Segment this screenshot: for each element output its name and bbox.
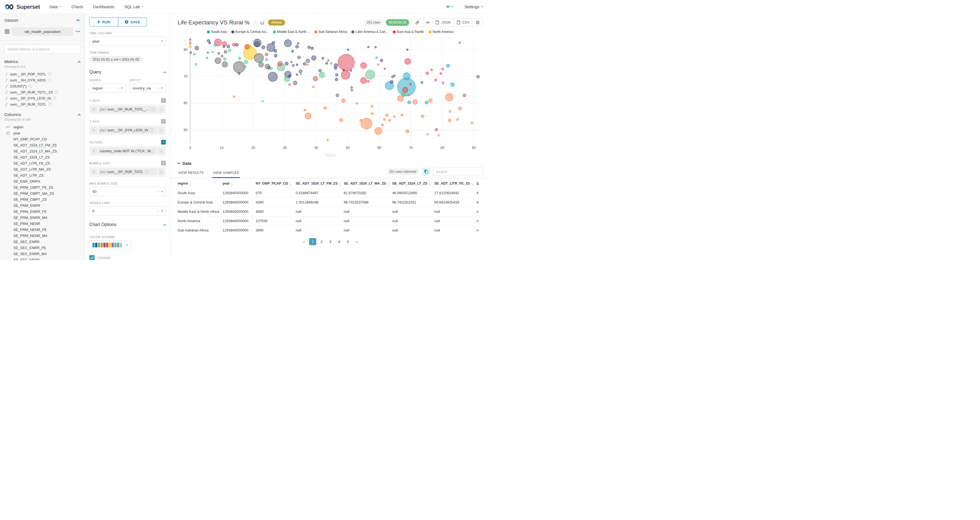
collapse-chart-options-icon[interactable]: [163, 224, 166, 227]
column-item[interactable]: SE_ADT_1524_LT_FM_ZS: [5, 142, 80, 148]
bubble-latin-america-cari-[interactable]: [293, 81, 297, 85]
bubble-south-asia[interactable]: [403, 73, 410, 80]
bubble-europe-central-asi-[interactable]: [208, 42, 211, 44]
bubble-latin-america-cari-[interactable]: [222, 62, 228, 67]
bubble-europe-central-asi-[interactable]: [335, 78, 338, 81]
bubble-europe-central-asi-[interactable]: [334, 67, 337, 70]
column-item[interactable]: SE_PRM_CMPT_MA_ZS: [5, 190, 80, 196]
metric-item[interactable]: ƒsum__SH_DYN_AIDS?: [5, 77, 80, 83]
bubble-sub-saharan-africa[interactable]: [386, 114, 388, 116]
bubble-middle-east-north-[interactable]: [402, 93, 406, 97]
bubble-europe-central-asi-[interactable]: [368, 46, 369, 48]
bubble-middle-east-north-[interactable]: [195, 63, 197, 65]
column-item[interactable]: SE_PRM_ENRR_FE: [5, 209, 80, 214]
bubble-europe-central-asi-[interactable]: [223, 46, 225, 48]
bubble-latin-america-cari-[interactable]: [477, 75, 480, 78]
bubble-south-asia[interactable]: [450, 83, 454, 86]
column-item[interactable]: SE_PRM_CMPT_FE_ZS: [5, 184, 80, 190]
bubble-sub-saharan-africa[interactable]: [327, 139, 329, 141]
bubble-latin-america-cari-[interactable]: [298, 56, 301, 59]
column-item[interactable]: SE_PRM_NENR: [5, 220, 80, 227]
add-y-axis-button[interactable]: +: [161, 119, 166, 124]
entity-select[interactable]: country_na ×: [130, 83, 166, 93]
collapse-panel-icon[interactable]: ⇤: [77, 18, 80, 23]
bubble-europe-central-asi-[interactable]: [227, 45, 230, 48]
bubble-latin-america-cari-[interactable]: [207, 52, 208, 53]
bubble-europe-central-asi-[interactable]: [292, 64, 294, 67]
bubble-europe-central-asi-[interactable]: [272, 41, 275, 44]
bubble-latin-america-cari-[interactable]: [224, 50, 227, 53]
bubble-latin-america-cari-[interactable]: [233, 61, 245, 73]
column-header-s[interactable]: S: [477, 179, 483, 188]
bubble-europe-central-asi-[interactable]: [285, 40, 291, 46]
bubble-europe-central-asi-[interactable]: [347, 49, 349, 51]
add-bubble-size-button[interactable]: +: [161, 161, 166, 165]
clear-icon[interactable]: ×: [157, 190, 159, 194]
pagination-page-2[interactable]: 2: [318, 238, 325, 245]
run-button[interactable]: RUN: [90, 18, 118, 26]
legend-item[interactable]: Middle East & North ...: [273, 30, 310, 34]
resize-handle[interactable]: [325, 155, 336, 157]
bubble-east-asia-pacific[interactable]: [265, 53, 268, 56]
bubble-north-america[interactable]: [189, 45, 192, 48]
max-bubble-size-select[interactable]: 50 ×: [89, 187, 166, 196]
bubble-latin-america-cari-[interactable]: [218, 53, 220, 54]
filter-value[interactable]: country_code NOT IN ('TCA', 'MNP', ...: [98, 147, 157, 155]
bubble-europe-central-asi-[interactable]: [285, 62, 288, 65]
bubble-east-asia-pacific[interactable]: [189, 39, 191, 41]
column-item[interactable]: SE_PRM_ENRR: [5, 203, 80, 209]
remove-icon[interactable]: ×: [91, 147, 98, 155]
bubble-east-asia-pacific[interactable]: [435, 128, 438, 131]
bubble-south-asia[interactable]: [407, 100, 411, 104]
bubble-east-asia-pacific[interactable]: [338, 54, 354, 71]
bubble-middle-east-north-[interactable]: [244, 60, 248, 64]
nav-item-data[interactable]: Data: [49, 5, 62, 9]
clear-icon[interactable]: ×: [157, 86, 159, 90]
column-header-region[interactable]: region: [178, 179, 223, 188]
bubble-east-asia-pacific[interactable]: [409, 83, 412, 85]
bubble-middle-east-north-[interactable]: [270, 67, 273, 70]
export-json-button[interactable]: .JSON: [433, 18, 453, 26]
bubble-latin-america-cari-[interactable]: [215, 57, 221, 64]
column-item[interactable]: SE_ENR_ORPH: [5, 178, 80, 184]
column-item[interactable]: SE_ADT_LITR_ZS: [5, 172, 80, 178]
bubble-sub-saharan-africa[interactable]: [393, 115, 395, 117]
bubble-east-asia-pacific[interactable]: [439, 72, 442, 75]
bubble-sub-saharan-africa[interactable]: [449, 110, 451, 112]
bubble-europe-central-asi-[interactable]: [274, 54, 277, 57]
bubble-europe-central-asi-[interactable]: [375, 46, 376, 48]
bubble-east-asia-pacific[interactable]: [189, 42, 191, 44]
bubble-sub-saharan-africa[interactable]: [360, 119, 362, 121]
metric-item[interactable]: ƒCOUNT(*)?: [5, 83, 80, 89]
bubble-east-asia-pacific[interactable]: [384, 68, 386, 70]
legend-item[interactable]: East Asia & Pacific: [393, 30, 424, 34]
column-header-se_adt_1524_lt_fm_zs[interactable]: SE_ADT_1524_LT_FM_ZS: [296, 179, 344, 188]
column-header-year[interactable]: year: [223, 179, 256, 188]
column-item[interactable]: SE_ADT_LITR_MA_ZS: [5, 166, 80, 172]
tab-view-samples[interactable]: VIEW SAMPLES: [212, 167, 240, 177]
bubble-sub-saharan-africa[interactable]: [356, 102, 358, 104]
pagination-page-4[interactable]: 4: [336, 238, 342, 245]
bubble-sub-saharan-africa[interactable]: [412, 100, 417, 104]
column-item[interactable]: SE_ADT_1524_LT_MA_ZS: [5, 148, 80, 154]
bubble-east-asia-pacific[interactable]: [278, 61, 282, 66]
bubble-east-asia-pacific[interactable]: [341, 70, 350, 79]
legend-item[interactable]: Europe & Central Asi...: [231, 30, 269, 34]
bubble-sub-saharan-africa[interactable]: [383, 118, 386, 121]
new-item-button[interactable]: +: [446, 3, 453, 10]
bubble-east-asia-pacific[interactable]: [431, 69, 433, 71]
superset-logo[interactable]: Superset: [5, 3, 40, 10]
bubble-sub-saharan-africa[interactable]: [361, 118, 372, 129]
chart-menu-button[interactable]: [473, 18, 483, 26]
bubble-latin-america-cari-[interactable]: [221, 55, 223, 57]
favorite-star-icon[interactable]: ☆: [253, 19, 257, 26]
column-item[interactable]: SE_SEC_NENR: [5, 257, 80, 260]
sort-icon[interactable]: [231, 183, 233, 186]
bubble-sub-saharan-africa[interactable]: [401, 114, 403, 116]
column-item[interactable]: year: [5, 130, 80, 136]
bubble-south-asia[interactable]: [375, 57, 377, 59]
metric-item[interactable]: ƒsum__SP_DYN_LE00_IN?: [5, 95, 80, 101]
pagination-prev[interactable]: «: [301, 238, 307, 245]
metric-item[interactable]: ƒsum__SP_POP_TOTL?: [5, 71, 80, 77]
pagination-page-1[interactable]: 1: [309, 238, 316, 245]
